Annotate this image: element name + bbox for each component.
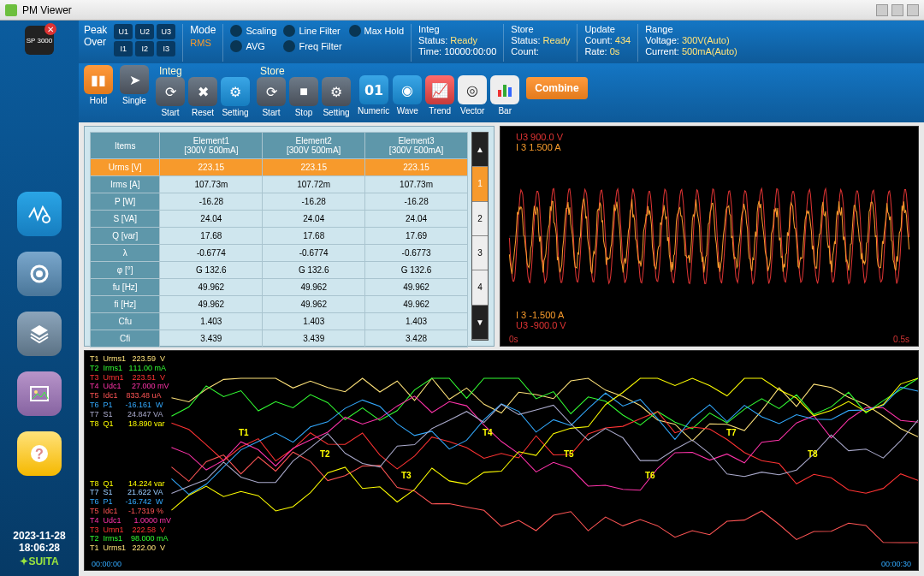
table-row[interactable]: λ-0.6774-0.6774-0.6773 bbox=[91, 245, 468, 262]
update-count: 434 bbox=[615, 35, 631, 45]
vector-button[interactable]: ◎ bbox=[458, 75, 487, 104]
integ-label: Integ bbox=[418, 24, 496, 34]
integ-reset-button[interactable]: ✖ bbox=[188, 77, 217, 106]
trend-time-start: 00:00:00 bbox=[92, 560, 121, 568]
measurement-table: ItemsElement1 [300V 500mA]Element2 [300V… bbox=[90, 132, 468, 347]
peak-u2-indicator: U2 bbox=[135, 24, 154, 39]
disconnect-icon: ✕ bbox=[44, 23, 56, 35]
vtab-4[interactable]: 4 bbox=[472, 270, 488, 305]
trend-marker-t3: T3 bbox=[401, 471, 412, 480]
line-filter-toggle[interactable]: Line Filter bbox=[283, 25, 341, 37]
wave-u3-min: U3 -900.0 V bbox=[516, 320, 566, 330]
wave-pane[interactable]: U3 900.0 V I 3 1.500 A I 3 -1.500 A U3 -… bbox=[500, 126, 919, 347]
table-row[interactable]: Q [var]17.6817.6817.69 bbox=[91, 228, 468, 245]
left-sidebar: SP 3000 ✕ ? 2023-11-28 18:06:28 ✦SUITA bbox=[0, 21, 79, 576]
peak-u1-indicator: U1 bbox=[114, 24, 133, 39]
trend-marker-t6: T6 bbox=[645, 471, 655, 480]
mode-label: Mode bbox=[190, 24, 216, 36]
store-stop-button[interactable]: ■ bbox=[289, 77, 318, 106]
mode-value: RMS bbox=[190, 38, 216, 48]
store-status: Ready bbox=[543, 35, 571, 45]
svg-point-0 bbox=[43, 216, 50, 223]
peak-over-label: Peak Over bbox=[84, 24, 107, 48]
peak-u3-indicator: U3 bbox=[157, 24, 175, 39]
range-label: Range bbox=[645, 24, 737, 34]
table-row[interactable]: Cfi3.4393.4393.428 bbox=[91, 330, 468, 347]
integ-status: Ready bbox=[450, 35, 477, 45]
table-page-tabs: ▲1234▼ bbox=[471, 132, 489, 341]
bar-button[interactable] bbox=[490, 75, 519, 104]
trend-marker-t5: T5 bbox=[564, 449, 574, 459]
trend-pane[interactable]: T1 Urms1 223.59 VT2 Irms1 111.00 mAT3 Um… bbox=[84, 350, 919, 571]
trend-time-end: 00:00:30 bbox=[881, 560, 911, 568]
wave-i3-min: I 3 -1.500 A bbox=[516, 310, 566, 320]
avg-toggle[interactable]: AVG bbox=[230, 40, 276, 52]
trend-marker-t1: T1 bbox=[239, 428, 249, 437]
svg-rect-7 bbox=[498, 90, 501, 97]
maximize-button[interactable] bbox=[891, 4, 903, 16]
vtab-3[interactable]: 3 bbox=[472, 236, 488, 270]
table-row[interactable]: Cfu1.4031.4031.403 bbox=[91, 313, 468, 330]
window-titlebar: PM Viewer bbox=[0, 0, 924, 21]
table-row[interactable]: fu [Hz]49.96249.96249.962 bbox=[91, 279, 468, 296]
app-icon bbox=[5, 4, 17, 16]
update-rate: 0s bbox=[610, 46, 620, 56]
svg-point-4 bbox=[34, 390, 38, 394]
wave-button[interactable]: ◉ bbox=[393, 75, 422, 104]
store-setting-button[interactable]: ⚙ bbox=[322, 77, 351, 106]
update-label: Update bbox=[584, 24, 631, 34]
integ-start-button[interactable]: ⟳ bbox=[156, 77, 185, 106]
max-hold-toggle[interactable]: Max Hold bbox=[349, 25, 404, 37]
svg-text:?: ? bbox=[35, 447, 44, 461]
store-start-button[interactable]: ⟳ bbox=[257, 77, 286, 106]
table-row[interactable]: P [W]-16.28-16.28-16.28 bbox=[91, 193, 468, 211]
sidebar-help-button[interactable]: ? bbox=[17, 431, 62, 476]
peak-i3-indicator: I3 bbox=[157, 41, 175, 56]
vtab-0[interactable]: ▲ bbox=[472, 133, 488, 167]
single-button[interactable]: ➤ bbox=[120, 65, 149, 94]
trend-marker-t4: T4 bbox=[483, 428, 493, 437]
peak-i2-indicator: I2 bbox=[135, 41, 154, 56]
integ-time: 10000:00:00 bbox=[444, 46, 496, 56]
scaling-toggle[interactable]: Scaling bbox=[230, 25, 276, 37]
table-row[interactable]: S [VA]24.0424.0424.04 bbox=[91, 211, 468, 228]
numeric-table-pane: ItemsElement1 [300V 500mA]Element2 [300V… bbox=[84, 126, 495, 347]
table-row[interactable]: φ [°]G 132.6G 132.6G 132.6 bbox=[91, 262, 468, 279]
sidebar-measure-button[interactable] bbox=[17, 192, 62, 236]
vtab-5[interactable]: ▼ bbox=[472, 306, 488, 340]
combine-button[interactable]: Combine bbox=[526, 77, 587, 99]
table-row[interactable]: fi [Hz]49.96249.96249.962 bbox=[91, 296, 468, 313]
trend-marker-t8: T8 bbox=[808, 449, 818, 459]
store-label: Store bbox=[511, 24, 570, 34]
sidebar-clock: 2023-11-28 18:06:28 ✦SUITA bbox=[13, 530, 65, 567]
window-title: PM Viewer bbox=[22, 4, 72, 16]
trend-marker-t2: T2 bbox=[320, 449, 330, 459]
main-toolbar: ▮▮Hold ➤Single Integ ⟳Start ✖Reset ⚙Sett… bbox=[79, 63, 924, 122]
svg-rect-9 bbox=[508, 87, 512, 97]
table-row[interactable]: Urms [V]223.15223.15223.15 bbox=[91, 159, 468, 176]
range-voltage: 300V(Auto) bbox=[682, 35, 730, 45]
vtab-1[interactable]: 1 bbox=[472, 167, 488, 201]
vtab-2[interactable]: 2 bbox=[472, 202, 488, 236]
svg-point-2 bbox=[36, 270, 43, 277]
sidebar-layers-button[interactable] bbox=[17, 312, 62, 356]
sidebar-settings-button[interactable] bbox=[17, 252, 62, 296]
wave-u3-max: U3 900.0 V bbox=[516, 132, 563, 142]
trend-marker-t7: T7 bbox=[726, 428, 737, 437]
sidebar-image-button[interactable] bbox=[17, 371, 62, 416]
wave-i3-max: I 3 1.500 A bbox=[516, 142, 563, 152]
close-button[interactable] bbox=[907, 4, 919, 16]
trend-button[interactable]: 📈 bbox=[425, 75, 454, 104]
hold-button[interactable]: ▮▮ bbox=[84, 65, 113, 94]
range-current: 500mA(Auto) bbox=[682, 46, 737, 56]
top-ribbon: Peak Over U1U2U3 I1I2I3 Mode RMS Scaling… bbox=[79, 21, 924, 63]
device-logo[interactable]: SP 3000 ✕ bbox=[25, 26, 54, 55]
svg-rect-8 bbox=[503, 85, 506, 97]
integ-setting-button[interactable]: ⚙ bbox=[221, 77, 250, 106]
freq-filter-toggle[interactable]: Freq Filter bbox=[283, 40, 341, 52]
peak-i1-indicator: I1 bbox=[114, 41, 133, 56]
table-row[interactable]: Irms [A]107.73m107.72m107.73m bbox=[91, 176, 468, 193]
minimize-button[interactable] bbox=[876, 4, 888, 16]
numeric-button[interactable]: 𝟬𝟭 bbox=[359, 75, 388, 104]
